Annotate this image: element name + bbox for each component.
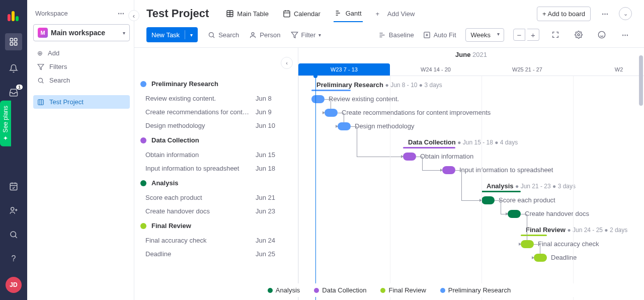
tab-gantt[interactable]: Gantt — [334, 5, 363, 22]
group-header[interactable]: Final Review — [134, 218, 298, 234]
my-work-icon[interactable] — [8, 180, 20, 192]
week-header[interactable]: W2 — [573, 63, 644, 76]
task-row[interactable]: Obtain informationJun 15 — [134, 148, 298, 162]
tab-calendar[interactable]: Calendar — [282, 6, 321, 22]
gantt-bar[interactable] — [534, 254, 547, 262]
task-row[interactable]: DeadlineJun 25 — [134, 247, 298, 261]
add-to-board-button[interactable]: + Add to board — [537, 7, 591, 21]
gantt-bar[interactable] — [311, 95, 325, 103]
gantt-group-label: Data Collection ● Jun 15 - 18 ● 4 days — [408, 138, 518, 146]
add-view-button[interactable]: + Add View — [375, 6, 416, 22]
search-icon[interactable] — [8, 229, 20, 241]
collapse-tasklist-button[interactable]: ‹ — [281, 57, 293, 69]
gantt-bar[interactable] — [481, 196, 495, 204]
gantt-bar-label: Final accuracy check — [538, 240, 599, 248]
workspaces-icon[interactable] — [5, 33, 22, 50]
gantt-bar[interactable] — [325, 109, 338, 117]
task-date: Jun 9 — [256, 108, 289, 116]
task-row[interactable]: Review existing content.Jun 8 — [134, 92, 298, 105]
baseline-button[interactable]: Baseline — [378, 31, 414, 39]
group-color-dot — [140, 223, 146, 229]
week-header[interactable]: W24 14 - 20 — [390, 63, 481, 76]
workspace-selector[interactable]: M Main workspace ▾ — [33, 24, 130, 41]
more-icon[interactable]: ⋯ — [618, 28, 632, 42]
svg-rect-8 — [38, 99, 44, 105]
legend-item[interactable]: Final Review — [380, 286, 426, 294]
gantt-bar[interactable] — [521, 240, 534, 248]
gantt-bar[interactable] — [403, 153, 416, 161]
zoom-in-button[interactable]: + — [527, 29, 539, 41]
app-logo[interactable] — [8, 9, 20, 21]
collapse-header-button[interactable]: ⌄ — [619, 7, 632, 20]
svg-point-12 — [252, 32, 254, 35]
scale-selector[interactable]: Weeks — [465, 28, 505, 42]
workspace-menu-icon[interactable]: ⋯ — [114, 6, 128, 20]
gantt-bar[interactable] — [338, 122, 351, 130]
help-icon[interactable]: ? — [8, 253, 20, 265]
gantt-bar-label: Review existing content. — [329, 95, 399, 103]
gantt-group-label: Final Review ● Jun 24 - 25 ● 2 days — [526, 226, 627, 234]
nav-search[interactable]: Search — [33, 73, 130, 87]
feedback-icon[interactable] — [595, 28, 609, 42]
search-button[interactable]: Search — [208, 31, 239, 39]
svg-point-14 — [578, 34, 580, 36]
week-header[interactable]: W25 21 - 27 — [481, 63, 573, 76]
tab-main-table[interactable]: Main Table — [225, 6, 270, 22]
invite-icon[interactable] — [8, 204, 20, 216]
nav-add[interactable]: ⊕Add — [33, 46, 130, 60]
gantt-group-underline — [311, 90, 351, 91]
task-date: Jun 24 — [256, 237, 289, 244]
board-header: Test Project Main Table Calendar Gantt +… — [134, 0, 644, 22]
chevron-down-icon[interactable]: ▾ — [190, 32, 193, 38]
gantt-timeline[interactable]: June 2021 W23 7 - 13W24 14 - 20W25 21 - … — [298, 48, 644, 300]
plus-icon: ⊕ — [37, 49, 43, 57]
task-row[interactable]: Score each productJun 21 — [134, 191, 298, 204]
new-task-button[interactable]: New Task ▾ — [146, 27, 198, 42]
task-date: Jun 10 — [256, 122, 289, 129]
legend-label: Data Collection — [322, 286, 366, 294]
group-color-dot — [140, 81, 146, 87]
gantt-bar[interactable] — [508, 210, 521, 218]
task-row[interactable]: Design methodologyJun 10 — [134, 119, 298, 132]
workspace-name: Main workspace — [51, 29, 120, 37]
view-toolbar: New Task ▾ Search Person Filter▾ Baselin… — [134, 22, 644, 48]
see-plans-button[interactable]: ✦ See plans — [0, 101, 11, 146]
task-date: Jun 15 — [256, 151, 289, 159]
svg-rect-2 — [10, 43, 13, 45]
board-title[interactable]: Test Project — [146, 7, 209, 20]
group-header[interactable]: Analysis — [134, 175, 298, 191]
legend-item[interactable]: Analysis — [268, 286, 300, 294]
board-menu-icon[interactable]: ⋯ — [598, 7, 612, 21]
board-item-test-project[interactable]: Test Project — [33, 95, 130, 109]
gantt-bar[interactable] — [442, 166, 455, 174]
group-header[interactable]: Data Collection — [134, 132, 298, 148]
settings-icon[interactable] — [572, 28, 586, 42]
task-date: Jun 25 — [256, 250, 289, 258]
gantt-group-label: Analysis ● Jun 21 - 23 ● 3 days — [487, 182, 576, 190]
filter-button[interactable]: Filter▾ — [291, 31, 321, 39]
task-name: Create handover docs — [145, 207, 256, 215]
notifications-icon[interactable] — [8, 62, 20, 74]
task-row[interactable]: Final accuracy checkJun 24 — [134, 234, 298, 247]
task-name: Create recommendations for content i… — [145, 108, 256, 116]
legend-item[interactable]: Data Collection — [314, 286, 366, 294]
group-color-dot — [140, 137, 146, 143]
inbox-icon[interactable]: 1 — [8, 87, 20, 99]
workspace-panel: Workspace ⋯ M Main workspace ▾ ⊕Add Filt… — [27, 0, 134, 300]
task-row[interactable]: Input information to spreadsheetJun 18 — [134, 162, 298, 175]
nav-filters[interactable]: Filters — [33, 60, 130, 73]
main-area: Test Project Main Table Calendar Gantt +… — [134, 0, 644, 300]
zoom-out-button[interactable]: − — [513, 29, 525, 41]
group-header[interactable]: Preliminary Research — [134, 76, 298, 92]
person-button[interactable]: Person — [249, 31, 280, 39]
vertical-scrollbar[interactable] — [639, 55, 643, 277]
fullscreen-icon[interactable] — [548, 28, 562, 42]
legend-item[interactable]: Preliminary Research — [440, 286, 511, 294]
svg-rect-1 — [15, 38, 17, 41]
task-row[interactable]: Create handover docsJun 23 — [134, 204, 298, 218]
svg-point-6 — [11, 232, 16, 237]
task-row[interactable]: Create recommendations for content i…Jun… — [134, 105, 298, 119]
avatar[interactable]: JD — [6, 277, 22, 293]
week-header[interactable]: W23 7 - 13 — [298, 63, 390, 76]
auto-fit-button[interactable]: Auto Fit — [423, 31, 456, 39]
